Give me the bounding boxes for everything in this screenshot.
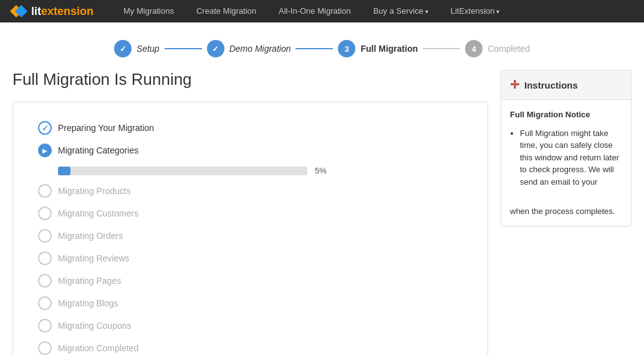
- nav-my-migrations[interactable]: My Migrations: [112, 0, 185, 22]
- migration-item-blogs: Migrating Blogs: [38, 296, 463, 310]
- label-pages: Migrating Pages: [58, 276, 121, 286]
- logo-text: litextension: [31, 5, 94, 18]
- label-coupons: Migrating Coupons: [58, 321, 132, 331]
- check-blogs: [38, 296, 52, 310]
- migration-item-coupons: Migrating Coupons: [38, 319, 463, 333]
- nav-create-migration[interactable]: Create Migration: [185, 0, 267, 22]
- stepper: ✓ Setup ✓ Demo Migration 3 Full Migratio…: [0, 22, 644, 70]
- migration-box: Preparing Your Migration Migrating Categ…: [12, 102, 488, 355]
- progress-row: 5%: [58, 166, 463, 175]
- check-categories: [38, 143, 52, 157]
- step-label-setup: Setup: [137, 44, 160, 54]
- migration-item-products: Migrating Products: [38, 184, 463, 198]
- step-full-migration: 3 Full Migration: [338, 40, 418, 57]
- label-orders: Migrating Orders: [58, 231, 123, 241]
- step-completed: 4 Completed: [465, 40, 530, 57]
- check-preparing: [38, 121, 52, 135]
- check-migration-completed: [38, 341, 52, 355]
- migration-item-customers: Migrating Customers: [38, 207, 463, 220]
- label-migration-completed: Migration Completed: [58, 343, 138, 353]
- label-customers: Migrating Customers: [58, 208, 138, 218]
- migration-item-orders: Migrating Orders: [38, 229, 463, 243]
- check-customers: [38, 207, 52, 220]
- check-coupons: [38, 319, 52, 333]
- instructions-notice-title: Full Migration Notice: [510, 109, 622, 121]
- step-connector-3: [423, 48, 460, 49]
- label-blogs: Migrating Blogs: [58, 298, 118, 308]
- nav-links: My Migrations Create Migration All-In-On…: [112, 0, 634, 23]
- sidebar: ✛ Instructions Full Migration Notice Ful…: [501, 70, 632, 355]
- nav-all-in-one-migration[interactable]: All-In-One Migration: [267, 0, 362, 22]
- content-area: Full Migration Is Running Preparing Your…: [12, 70, 488, 355]
- page-title: Full Migration Is Running: [12, 70, 488, 89]
- step-circle-demo: ✓: [207, 40, 224, 57]
- label-reviews: Migrating Reviews: [58, 253, 129, 263]
- migration-item-categories: Migrating Categories: [38, 143, 463, 157]
- progress-bar-fill: [58, 167, 70, 175]
- nav-litextension[interactable]: LitExtension: [440, 0, 511, 23]
- instructions-body-text2: when the process completes.: [510, 207, 615, 216]
- check-reviews: [38, 251, 52, 265]
- logo-icon: [10, 2, 27, 20]
- navbar: litextension My Migrations Create Migrat…: [0, 0, 644, 22]
- migration-item-reviews: Migrating Reviews: [38, 251, 463, 265]
- check-products: [38, 184, 52, 198]
- instructions-title: Instructions: [524, 80, 578, 90]
- step-label-full: Full Migration: [360, 44, 418, 54]
- instructions-icon: ✛: [510, 78, 519, 92]
- label-products: Migrating Products: [58, 186, 131, 196]
- step-demo-migration: ✓ Demo Migration: [207, 40, 291, 57]
- migration-item-completed: Migration Completed: [38, 341, 463, 355]
- instructions-body-text: Full Migration might take time, you can …: [520, 129, 619, 187]
- instructions-header: ✛ Instructions: [501, 71, 631, 100]
- migration-item-preparing: Preparing Your Migration: [38, 121, 463, 135]
- step-connector-2: [296, 48, 333, 49]
- instructions-body: Full Migration Notice Full Migration mig…: [501, 100, 631, 226]
- progress-label: 5%: [315, 166, 327, 175]
- step-circle-full: 3: [338, 40, 355, 57]
- instructions-list: Full Migration might take time, you can …: [510, 127, 622, 188]
- step-setup: ✓ Setup: [114, 40, 160, 57]
- step-connector-1: [165, 48, 202, 49]
- main-area: Full Migration Is Running Preparing Your…: [0, 70, 644, 355]
- progress-bar-bg: [58, 167, 307, 175]
- migration-item-pages: Migrating Pages: [38, 274, 463, 288]
- nav-buy-a-service[interactable]: Buy a Service: [362, 0, 440, 23]
- instructions-box: ✛ Instructions Full Migration Notice Ful…: [501, 70, 632, 226]
- label-preparing: Preparing Your Migration: [58, 123, 154, 133]
- step-circle-setup: ✓: [114, 40, 132, 57]
- check-orders: [38, 229, 52, 243]
- step-label-completed: Completed: [488, 44, 530, 54]
- label-categories: Migrating Categories: [58, 145, 138, 155]
- step-circle-completed: 4: [465, 40, 483, 57]
- logo[interactable]: litextension: [10, 2, 94, 20]
- check-pages: [38, 274, 52, 288]
- step-label-demo: Demo Migration: [229, 44, 291, 54]
